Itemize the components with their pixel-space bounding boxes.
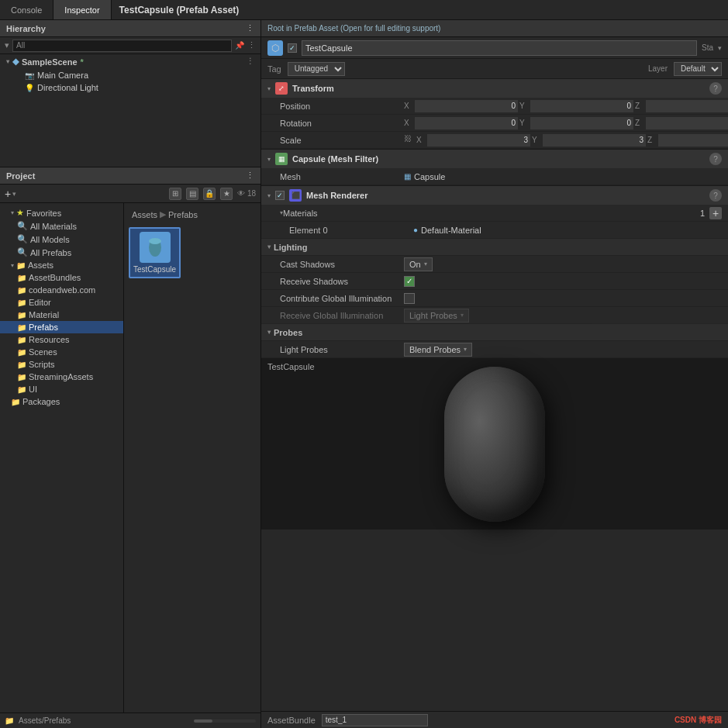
project-options-icon[interactable]: ⋮: [246, 171, 254, 181]
tree-item-prefabs[interactable]: 📁 Prefabs: [0, 321, 123, 333]
rotation-x-input[interactable]: [415, 117, 518, 129]
hierarchy-title: Hierarchy: [6, 24, 46, 33]
folder-icon: 📁: [17, 323, 26, 332]
scale-link-icon[interactable]: ⛓: [404, 134, 412, 147]
mesh-renderer-section: ▾ ⬛ Mesh Renderer ? ▾ Materials 1 + Elem…: [261, 186, 728, 359]
hierarchy-options-icon[interactable]: ⋮: [246, 23, 254, 33]
cast-shadows-value: On: [409, 260, 421, 269]
folder-icon: 📁: [17, 274, 26, 282]
file-name-testcapsule: TestCapsule: [133, 265, 176, 274]
watermark-text: CSDN 博客园: [675, 715, 722, 726]
scale-x-input[interactable]: [427, 134, 530, 147]
position-x-input[interactable]: [415, 100, 518, 112]
object-title: TestCapsule (Prefab Asset): [112, 5, 728, 16]
static-dropdown[interactable]: ▾: [718, 44, 722, 52]
tree-item-material[interactable]: 📁 Material: [0, 309, 123, 321]
position-y-input[interactable]: [530, 100, 633, 112]
tree-item-favorites[interactable]: ▾ ★ Favorites: [0, 206, 123, 219]
tree-item-assets[interactable]: ▾ 📁 Assets: [0, 259, 123, 271]
mesh-filter-header[interactable]: ▾ ▦ Capsule (Mesh Filter) ?: [261, 150, 728, 168]
sx-label: X: [416, 136, 426, 144]
hierarchy-item-main-camera[interactable]: 📷 Main Camera: [0, 69, 260, 81]
mesh-renderer-enable[interactable]: [275, 191, 285, 200]
tab-console[interactable]: Console: [0, 0, 53, 19]
position-z-input[interactable]: [646, 100, 728, 112]
tree-item-all-models[interactable]: 🔍 All Models: [0, 233, 123, 246]
tree-label-assetbundles: AssetBundles: [29, 273, 81, 282]
rotation-y-input[interactable]: [530, 117, 633, 129]
tree-item-streaming[interactable]: 📁 StreamingAssets: [0, 371, 123, 383]
mesh-renderer-header[interactable]: ▾ ⬛ Mesh Renderer ?: [261, 186, 728, 205]
tree-item-resources[interactable]: 📁 Resources: [0, 333, 123, 346]
star-icon: ★: [16, 208, 24, 218]
tab-inspector[interactable]: Inspector: [53, 0, 111, 19]
breadcrumb-assets[interactable]: Assets: [132, 210, 157, 219]
materials-label: Materials: [283, 209, 700, 218]
breadcrumb-prefabs[interactable]: Prefabs: [168, 210, 198, 219]
panel-two-icon[interactable]: ▤: [186, 188, 198, 200]
main-layout: Hierarchy ⋮ ▾ All 📌 ⋮ ▾ ◆ SampleScene* ⋮…: [0, 20, 728, 728]
element0-label: Element 0: [289, 226, 413, 235]
scale-x-field: X: [416, 134, 530, 147]
hierarchy-scene[interactable]: ▾ ◆ SampleScene* ⋮: [0, 54, 260, 69]
folder-icon: 📁: [17, 298, 26, 307]
tag-select[interactable]: Untagged: [288, 62, 345, 76]
scale-y-input[interactable]: [543, 134, 646, 147]
lighting-section-label: ▾ Lighting: [261, 239, 728, 256]
scene-options[interactable]: ⋮: [246, 57, 254, 67]
hierarchy-pin-icon[interactable]: 📌: [235, 41, 244, 50]
tree-item-all-materials[interactable]: 🔍 All Materials: [0, 219, 123, 233]
add-dropdown-icon[interactable]: ▾: [12, 190, 16, 198]
contribute-gi-checkbox[interactable]: [404, 293, 415, 304]
add-icon[interactable]: +: [5, 188, 11, 200]
tree-item-scenes[interactable]: 📁 Scenes: [0, 346, 123, 358]
object-icon: ⬡: [267, 40, 283, 56]
rotation-z-input[interactable]: [646, 117, 728, 129]
ry-label: Y: [519, 119, 529, 127]
asset-bundle-input[interactable]: [322, 714, 428, 726]
object-name-input[interactable]: [302, 40, 697, 56]
scale-z-input[interactable]: [658, 134, 728, 147]
tree-item-all-prefabs[interactable]: 🔍 All Prefabs: [0, 246, 123, 259]
hierarchy-item-directional-light[interactable]: 💡 Directional Light: [0, 81, 260, 94]
tree-item-packages[interactable]: 📁 Packages: [0, 395, 123, 408]
breadcrumb-separator: ▶: [160, 209, 166, 219]
tree-item-assetbundles[interactable]: 📁 AssetBundles: [0, 271, 123, 284]
sz-label: Z: [647, 136, 657, 144]
object-enable-checkbox[interactable]: [288, 43, 297, 53]
materials-header: ▾ Materials 1 +: [261, 205, 728, 222]
cast-shadows-dropdown[interactable]: On ▾: [404, 257, 433, 271]
mesh-renderer-help-btn[interactable]: ?: [709, 189, 722, 202]
hierarchy-menu-icon[interactable]: ⋮: [247, 40, 256, 50]
tree-item-editor[interactable]: 📁 Editor: [0, 296, 123, 309]
layer-select[interactable]: Default: [674, 62, 722, 76]
project-files: Assets ▶ Prefabs TestCapsule: [124, 203, 260, 712]
transform-icon: ⤢: [275, 82, 288, 95]
rz-label: Z: [635, 119, 644, 127]
scale-y-field: Y: [532, 134, 646, 147]
rotation-y-field: Y: [519, 117, 633, 129]
transform-header[interactable]: ▾ ⤢ Transform ?: [261, 79, 728, 98]
project-title: Project: [6, 171, 35, 181]
rotation-row: Rotation X Y Z: [261, 115, 728, 132]
lock-icon[interactable]: 🔒: [203, 188, 216, 200]
light-probes-dropdown[interactable]: Blend Probes ▾: [404, 343, 472, 357]
file-item-testcapsule[interactable]: TestCapsule: [129, 227, 181, 278]
mesh-filter-help-btn[interactable]: ?: [709, 153, 722, 165]
rotation-xyz: X Y Z: [404, 117, 728, 129]
star-icon[interactable]: ★: [220, 188, 233, 200]
tree-item-codeandweb[interactable]: 📁 codeandweb.com: [0, 284, 123, 296]
transform-help-btn[interactable]: ?: [709, 82, 722, 95]
left-panel: Hierarchy ⋮ ▾ All 📌 ⋮ ▾ ◆ SampleScene* ⋮…: [0, 20, 261, 728]
materials-add-btn[interactable]: +: [709, 207, 722, 219]
tree-item-ui[interactable]: 📁 UI: [0, 383, 123, 395]
receive-shadows-checkbox[interactable]: [404, 276, 415, 287]
add-button-group[interactable]: + ▾: [5, 188, 16, 200]
hierarchy-camera-label: Main Camera: [37, 71, 88, 80]
panel-toggle-icon[interactable]: ⊞: [169, 188, 181, 200]
tree-label-material: Material: [29, 310, 59, 319]
asset-bundle-bar: AssetBundle CSDN 博客园: [261, 711, 728, 728]
mesh-icon: ▦: [404, 172, 411, 181]
project-status-path: Assets/Prefabs: [19, 716, 71, 725]
tree-item-scripts[interactable]: 📁 Scripts: [0, 358, 123, 371]
